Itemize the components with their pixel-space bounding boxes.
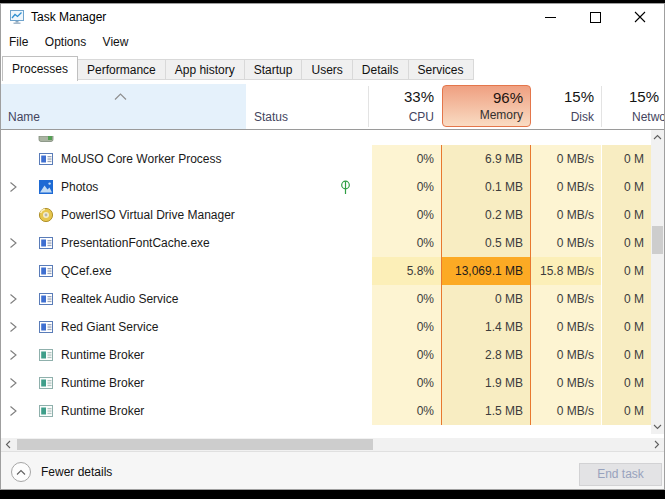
app-icon: [38, 291, 54, 307]
disk-cell: 0 MB/s: [531, 229, 601, 257]
memory-cell: 13,069.1 MB: [441, 257, 531, 285]
table-row[interactable]: QCef.exe5.8%13,069.1 MB15.8 MB/s0 M: [1, 257, 664, 285]
vertical-scrollbar-thumb[interactable]: [652, 226, 663, 254]
cpu-cell: 0%: [372, 285, 441, 313]
vertical-scrollbar[interactable]: [651, 130, 664, 434]
table-row[interactable]: Runtime Broker0%1.5 MB0 MB/s0 M: [1, 397, 664, 425]
cpu-cell: 0%: [372, 341, 441, 369]
disk-cell: 0 MB/s: [531, 341, 601, 369]
memory-cell: 0 MB: [441, 285, 531, 313]
expand-chevron-icon[interactable]: [8, 348, 18, 366]
photos-icon: [38, 179, 54, 195]
fewer-details-toggle[interactable]: Fewer details: [11, 462, 112, 482]
disk-cell: 0 MB/s: [531, 173, 601, 201]
scroll-up-icon[interactable]: [651, 130, 664, 144]
scroll-right-icon[interactable]: [650, 438, 664, 451]
app-icon: [38, 319, 54, 335]
expand-chevron-icon[interactable]: [8, 236, 18, 254]
table-row[interactable]: PresentationFontCache.exe0%0.5 MB0 MB/s0…: [1, 229, 664, 257]
table-row[interactable]: PowerISO Virtual Drive Manager0%0.2 MB0 …: [1, 201, 664, 229]
name-header-label: Name: [8, 110, 40, 124]
tab-bar: Processes Performance App history Startu…: [2, 56, 665, 81]
runtime-icon: [38, 375, 54, 391]
disc-icon: [38, 207, 54, 223]
end-task-button[interactable]: End task: [579, 463, 662, 486]
table-row-partial[interactable]: [1, 130, 664, 145]
disk-cell: 0 MB/s: [531, 201, 601, 229]
disk-cell: 0 MB/s: [531, 313, 601, 341]
cpu-cell: 5.8%: [372, 257, 441, 285]
cpu-cell: 0%: [372, 229, 441, 257]
table-row[interactable]: Runtime Broker0%1.9 MB0 MB/s0 M: [1, 369, 664, 397]
network-percent: 15%: [629, 88, 659, 105]
column-header-disk[interactable]: 15% Disk: [532, 84, 601, 129]
expand-chevron-icon[interactable]: [8, 376, 18, 394]
process-name: Photos: [61, 173, 98, 201]
disk-cell: 0 MB/s: [531, 145, 601, 173]
memory-cell: 6.9 MB: [441, 145, 531, 173]
column-header-cpu[interactable]: 33% CPU: [369, 84, 441, 129]
scroll-down-icon[interactable]: [651, 420, 664, 434]
table-row[interactable]: Runtime Broker0%2.8 MB0 MB/s0 M: [1, 341, 664, 369]
expand-chevron-icon[interactable]: [8, 320, 18, 338]
title-bar: Task Manager: [1, 4, 664, 30]
memory-label: Memory: [480, 108, 523, 122]
close-button[interactable]: [624, 4, 656, 30]
menu-view[interactable]: View: [97, 30, 135, 54]
tab-processes[interactable]: Processes: [2, 56, 78, 81]
horizontal-scrollbar[interactable]: [1, 438, 664, 451]
horizontal-scrollbar-thumb[interactable]: [17, 439, 373, 450]
table-row[interactable]: Photos0%0.1 MB0 MB/s0 M: [1, 173, 664, 201]
sort-ascending-icon: [113, 87, 128, 105]
table-row[interactable]: Realtek Audio Service0%0 MB0 MB/s0 M: [1, 285, 664, 313]
memory-cell: 1.5 MB: [441, 397, 531, 425]
table-row[interactable]: Red Giant Service0%1.4 MB0 MB/s0 M: [1, 313, 664, 341]
process-name: MoUSO Core Worker Process: [61, 145, 221, 173]
maximize-button[interactable]: [579, 4, 611, 30]
cpu-cell: 0%: [372, 173, 441, 201]
scroll-left-icon[interactable]: [1, 438, 15, 451]
tab-startup[interactable]: Startup: [244, 59, 303, 80]
disk-percent: 15%: [564, 88, 594, 105]
column-header-name[interactable]: Name: [1, 84, 246, 129]
expand-chevron-icon[interactable]: [8, 404, 18, 422]
disk-cell: 15.8 MB/s: [531, 257, 601, 285]
disk-cell: 0 MB/s: [531, 369, 601, 397]
expand-chevron-icon[interactable]: [8, 292, 18, 310]
tab-services[interactable]: Services: [408, 59, 474, 80]
expand-chevron-icon[interactable]: [8, 180, 18, 198]
disk-cell: 0 MB/s: [531, 397, 601, 425]
process-name: Red Giant Service: [61, 313, 158, 341]
column-header-network[interactable]: 15% Network: [602, 84, 665, 129]
memory-percent: 96%: [493, 89, 523, 106]
menu-file[interactable]: File: [3, 30, 34, 54]
process-name: Realtek Audio Service: [61, 285, 178, 313]
tab-app-history[interactable]: App history: [165, 59, 245, 80]
tab-details[interactable]: Details: [352, 59, 409, 80]
cpu-cell: 0%: [372, 397, 441, 425]
disk-label: Disk: [571, 110, 594, 124]
tab-users[interactable]: Users: [301, 59, 352, 80]
menu-options[interactable]: Options: [39, 30, 92, 54]
minimize-button[interactable]: [534, 4, 566, 30]
process-name: QCef.exe: [61, 257, 112, 285]
app-icon-fragment: [38, 130, 54, 145]
app-icon: [38, 235, 54, 251]
menu-bar: File Options View: [1, 30, 664, 54]
app-icon: [38, 263, 54, 279]
collapse-circle-icon: [11, 462, 31, 482]
cpu-cell: 0%: [372, 313, 441, 341]
task-manager-window: Task Manager File Options View Processes…: [0, 3, 665, 490]
column-header-memory[interactable]: 96% Memory: [442, 85, 531, 127]
runtime-icon: [38, 347, 54, 363]
runtime-icon: [38, 403, 54, 419]
disk-cell: 0 MB/s: [531, 285, 601, 313]
status-header-label: Status: [254, 110, 288, 124]
app-icon: [38, 151, 54, 167]
process-name: Runtime Broker: [61, 369, 144, 397]
fewer-details-label: Fewer details: [41, 465, 112, 479]
tab-performance[interactable]: Performance: [77, 59, 166, 80]
cpu-cell: 0%: [372, 201, 441, 229]
table-row[interactable]: MoUSO Core Worker Process0%6.9 MB0 MB/s0…: [1, 145, 664, 173]
network-label: Network: [632, 110, 665, 124]
